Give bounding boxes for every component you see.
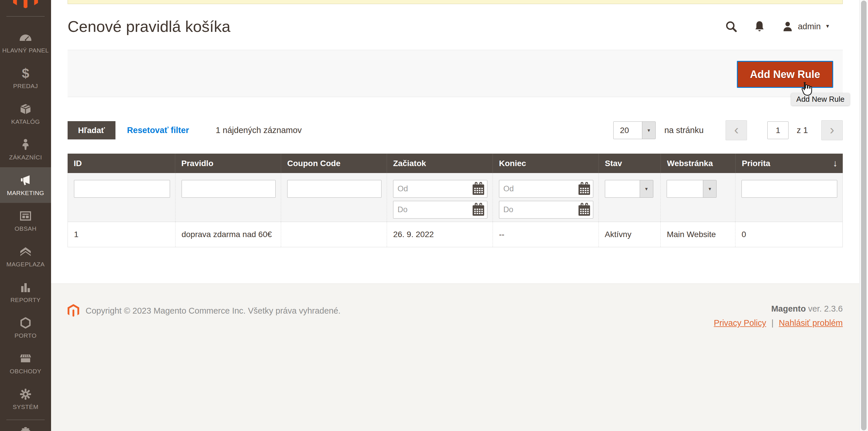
sidebar-item-dashboard[interactable]: HLAVNÝ PANEL	[0, 25, 51, 60]
sidebar-divider	[6, 16, 45, 16]
records-found-text: 1 nájdených záznamov	[216, 126, 302, 135]
sidebar-divider	[6, 420, 45, 420]
sidebar-item-catalog[interactable]: KATALÓG	[0, 96, 51, 132]
cell-priority[interactable]: 0	[736, 222, 842, 247]
cell-coupon[interactable]	[281, 222, 387, 247]
cell-status[interactable]: Aktívny	[599, 222, 661, 247]
sidebar-item-sales[interactable]: $ PREDAJ	[0, 60, 51, 96]
porto-icon	[20, 316, 31, 330]
report-issue-link[interactable]: Nahlásiť problém	[779, 318, 843, 328]
magento-version: ver. 2.3.6	[806, 304, 843, 313]
sidebar-item-label: OBCHODY	[10, 368, 41, 375]
calendar-icon[interactable]	[578, 182, 591, 196]
customers-icon	[21, 138, 30, 151]
filter-id-input[interactable]	[74, 180, 170, 198]
notification-bar	[68, 0, 843, 4]
admin-sidebar: HLAVNÝ PANEL $ PREDAJ KATALÓG ZÁKAZNÍCI …	[0, 0, 51, 431]
sidebar-item-marketing[interactable]: MARKETING	[0, 167, 51, 203]
sidebar-item-system[interactable]: SYSTÉM	[0, 381, 51, 417]
column-header-start[interactable]: Začiatok	[387, 154, 493, 173]
grid-header-row: ID Pravidlo Coupon Code Začiatok Koniec …	[68, 154, 843, 173]
add-new-rule-button[interactable]: Add New Rule	[737, 61, 833, 88]
cart-price-rules-grid: ID Pravidlo Coupon Code Začiatok Koniec …	[68, 154, 843, 247]
marketing-icon	[20, 174, 31, 187]
user-icon	[782, 21, 794, 32]
cell-end[interactable]: --	[493, 222, 599, 247]
cell-start[interactable]: 26. 9. 2022	[387, 222, 493, 247]
admin-username: admin	[798, 22, 821, 31]
main-content: Cenové pravidlá košíka admin ▼ Add New R…	[51, 0, 868, 431]
filter-priority-input[interactable]	[742, 180, 837, 198]
previous-page-button[interactable]: ‹	[725, 120, 747, 140]
calendar-icon[interactable]	[472, 182, 485, 196]
sidebar-item-reports[interactable]: REPORTY	[0, 274, 51, 310]
per-page-select[interactable]: 20 ▼	[613, 122, 656, 139]
sidebar-item-label: ZÁKAZNÍCI	[9, 154, 42, 161]
column-header-website[interactable]: Webstránka	[661, 154, 736, 173]
column-header-status[interactable]: Stav	[599, 154, 661, 173]
per-page-label: na stránku	[664, 126, 704, 135]
sales-icon: $	[22, 67, 29, 80]
sidebar-item-mageplaza[interactable]: MAGEPLAZA	[0, 238, 51, 274]
magento-logo-icon	[13, 0, 38, 8]
sidebar-item-label: PORTO	[14, 332, 36, 339]
grid-data-row[interactable]: 1 doprava zdarma nad 60€ 26. 9. 2022 -- …	[68, 222, 843, 247]
column-header-end[interactable]: Koniec	[493, 154, 599, 173]
sidebar-item-label: REPORTY	[10, 297, 41, 303]
chevron-right-icon: ›	[830, 123, 834, 136]
vertical-scrollbar[interactable]	[859, 0, 868, 431]
sidebar-item-content[interactable]: OBSAH	[0, 203, 51, 238]
magento-brand: Magento	[771, 304, 806, 313]
search-filter-button[interactable]: Hľadať	[68, 121, 116, 139]
page-number-input[interactable]	[767, 122, 788, 139]
filter-website-select[interactable]: ▼	[666, 180, 717, 198]
cursor-pointer	[798, 81, 814, 97]
sidebar-item-stores[interactable]: OBCHODY	[0, 345, 51, 381]
system-icon	[20, 388, 31, 401]
reset-filter-link[interactable]: Resetovať filter	[127, 126, 189, 135]
scrollbar-thumb[interactable]	[861, 1, 867, 430]
filter-status-select[interactable]: ▼	[605, 180, 653, 198]
sort-descending-icon: ↓	[833, 158, 838, 169]
cell-id[interactable]: 1	[68, 222, 176, 247]
admin-menu[interactable]: admin ▼	[782, 21, 830, 32]
sidebar-item-customers[interactable]: ZÁKAZNÍCI	[0, 132, 51, 167]
calendar-icon[interactable]	[578, 203, 591, 217]
magento-footer-logo-icon	[68, 304, 79, 318]
cell-rule[interactable]: doprava zdarma nad 60€	[176, 222, 281, 247]
calendar-icon[interactable]	[472, 203, 485, 217]
chevron-left-icon: ‹	[734, 123, 739, 136]
copyright-text: Copyright © 2023 Magento Commerce Inc. V…	[86, 306, 341, 316]
column-header-id[interactable]: ID	[68, 154, 175, 173]
privacy-policy-link[interactable]: Privacy Policy	[714, 318, 766, 328]
sidebar-item-label: SYSTÉM	[13, 403, 39, 410]
sidebar-item-label: MAGEPLAZA	[6, 261, 45, 268]
dashboard-icon	[19, 31, 32, 44]
pagination: 20 ▼ na stránku ‹ z 1 ›	[613, 120, 843, 140]
chevron-down-icon: ▼	[825, 24, 830, 29]
filter-rule-input[interactable]	[182, 180, 276, 198]
sidebar-item-porto[interactable]: PORTO	[0, 310, 51, 345]
magento-logo[interactable]	[0, 0, 51, 8]
sidebar-item-label: OBSAH	[14, 225, 36, 232]
search-icon[interactable]	[725, 20, 737, 32]
sidebar-item-extensions[interactable]	[0, 423, 51, 431]
notifications-bell-icon[interactable]	[754, 21, 765, 32]
chevron-down-icon: ▼	[642, 122, 655, 139]
sidebar-item-label: KATALÓG	[11, 118, 40, 125]
chevron-down-icon: ▼	[703, 180, 716, 197]
page-of-label: z 1	[797, 126, 808, 135]
cell-website[interactable]: Main Website	[660, 222, 736, 247]
extensions-icon	[19, 425, 32, 431]
column-header-rule[interactable]: Pravidlo	[175, 154, 281, 173]
reports-icon	[21, 280, 30, 294]
sidebar-nav: HLAVNÝ PANEL $ PREDAJ KATALÓG ZÁKAZNÍCI …	[0, 25, 51, 417]
footer-links-separator: |	[771, 318, 774, 328]
column-header-priority[interactable]: Priorita ↓	[736, 154, 843, 173]
filter-coupon-input[interactable]	[287, 180, 381, 198]
sidebar-item-label: MARKETING	[7, 190, 44, 197]
next-page-button[interactable]: ›	[821, 120, 843, 140]
sidebar-item-label: HLAVNÝ PANEL	[2, 47, 49, 54]
header-actions: admin ▼	[725, 20, 830, 32]
column-header-coupon[interactable]: Coupon Code	[281, 154, 387, 173]
